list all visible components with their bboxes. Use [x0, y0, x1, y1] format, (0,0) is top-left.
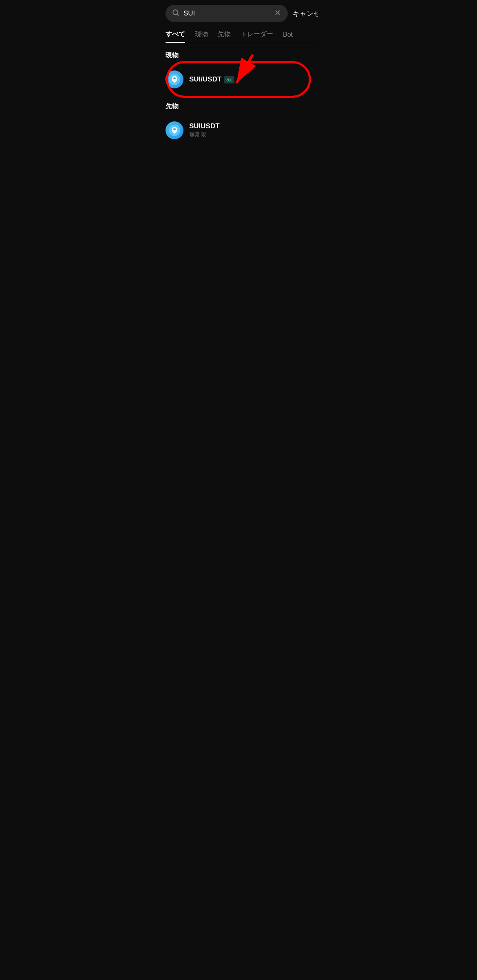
spot-section: 現物 [159, 43, 318, 94]
tab-futures[interactable]: 先物 [218, 30, 231, 43]
tabs-container: すべて 現物 先物 トレーダー Bot [159, 27, 318, 43]
sui-usdt-futures-sub: 無期限 [189, 131, 220, 138]
futures-section: 先物 SUIUSDT 無期限 [159, 94, 318, 145]
search-bar: キャンセル [159, 0, 318, 27]
sui-usdt-futures-name: SUIUSDT [189, 122, 220, 130]
svg-point-7 [173, 77, 176, 79]
search-input-container[interactable] [166, 5, 288, 22]
search-icon [172, 9, 179, 18]
tab-trader[interactable]: トレーダー [241, 30, 273, 43]
svg-line-1 [177, 14, 178, 15]
futures-section-header: 先物 [159, 94, 318, 116]
sui-usdt-spot-name: SUI/USDT5x [189, 75, 234, 83]
cancel-button[interactable]: キャンセル [293, 9, 318, 18]
svg-point-9 [173, 128, 176, 130]
annotation-container: SUI/USDT5x [159, 65, 318, 94]
sui-usdt-futures-info: SUIUSDT 無期限 [189, 122, 220, 138]
sui-coin-icon-futures [166, 121, 183, 139]
spot-item-row: SUI/USDT5x [159, 65, 318, 94]
search-input[interactable] [183, 9, 270, 18]
sui-usdt-futures-item[interactable]: SUIUSDT 無期限 [159, 116, 318, 145]
tab-bot[interactable]: Bot [283, 31, 293, 42]
clear-icon[interactable] [274, 9, 281, 18]
leverage-badge-spot: 5x [224, 76, 234, 83]
sui-usdt-spot-item[interactable]: SUI/USDT5x [159, 65, 318, 94]
sui-coin-icon-spot [166, 70, 183, 88]
tab-spot[interactable]: 現物 [195, 30, 208, 43]
sui-usdt-spot-info: SUI/USDT5x [189, 75, 234, 83]
spot-section-header: 現物 [159, 43, 318, 65]
tab-all[interactable]: すべて [166, 30, 185, 43]
